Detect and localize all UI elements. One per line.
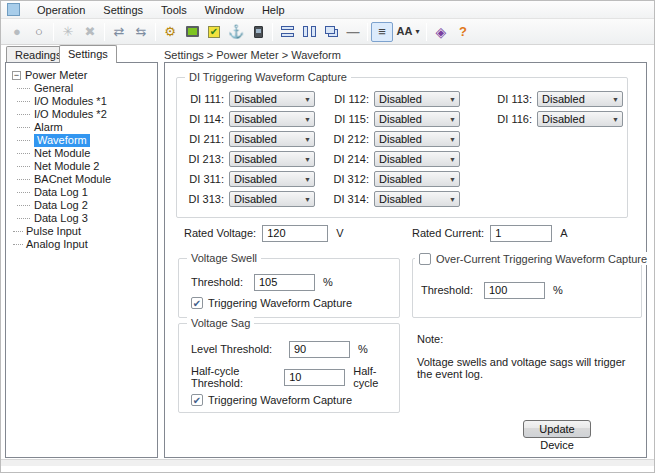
tree-view-icon[interactable]: ≡ [371, 22, 393, 42]
menu-window[interactable]: Window [196, 3, 253, 17]
di-311-label: DI 311: [185, 173, 229, 185]
di-row: DI 211: Disabled DI 212: Disabled [185, 129, 627, 149]
tile-vertical-shape [303, 26, 316, 37]
chevron-down-icon [446, 136, 459, 143]
anchor-icon[interactable]: ⚓ [225, 22, 247, 42]
tree-item-io-modules-2[interactable]: I/O Modules *2 [12, 108, 157, 121]
over-current-checkbox[interactable] [419, 253, 431, 265]
over-current-threshold-input[interactable] [484, 282, 545, 299]
di-214-label: DI 214: [330, 153, 374, 165]
di-311-select[interactable]: Disabled [229, 171, 315, 187]
tree-item-io-modules-1[interactable]: I/O Modules *1 [12, 95, 157, 108]
cascade-windows-icon[interactable] [320, 22, 342, 42]
sag-capture-checkbox[interactable] [191, 394, 203, 406]
transfer-in-icon[interactable]: ⇄ [108, 22, 130, 42]
di-116-select[interactable]: Disabled [537, 111, 623, 127]
di-212-label: DI 212: [330, 133, 374, 145]
sag-level-input[interactable] [289, 341, 350, 358]
chevron-down-icon [301, 136, 314, 143]
rated-current-input[interactable] [490, 225, 552, 242]
di-114-select[interactable]: Disabled [229, 111, 315, 127]
tree-item-data-log-2[interactable]: Data Log 2 [12, 199, 157, 212]
tree-item-waveform[interactable]: Waveform [12, 134, 157, 147]
di-row: DI 213: Disabled DI 214: Disabled [185, 149, 627, 169]
help-icon[interactable]: ? [452, 22, 474, 42]
swell-threshold-input[interactable] [254, 274, 315, 291]
sag-halfcycle-label: Half-cycle Threshold: [191, 365, 278, 389]
tree-item-net-module-2[interactable]: Net Module 2 [12, 160, 157, 173]
di-triggering-group: DI Triggering Waveform Capture DI 111: D… [176, 77, 628, 218]
rated-current-label: Rated Current: [412, 227, 484, 239]
settings-tree: − Power Meter General I/O Modules *1 I/O… [12, 69, 157, 251]
bottom-strip [1, 459, 654, 466]
sag-halfcycle-input[interactable] [284, 369, 345, 386]
sag-level-label: Level Threshold: [191, 343, 283, 355]
checklist-icon[interactable]: ✔ [203, 22, 225, 42]
di-114-value: Disabled [230, 113, 301, 125]
tree-item-alarm[interactable]: Alarm [12, 121, 157, 134]
tree-item-analog-input[interactable]: Analog Input [12, 238, 157, 251]
di-313-select[interactable]: Disabled [229, 191, 315, 207]
sag-level-row: Level Threshold: % [191, 340, 368, 358]
transfer-out-icon[interactable]: ⇆ [130, 22, 152, 42]
di-113-select[interactable]: Disabled [537, 91, 623, 107]
di-115-select[interactable]: Disabled [374, 111, 460, 127]
font-size-icon[interactable]: AA▾ [393, 22, 423, 42]
swell-capture-label[interactable]: Triggering Waveform Capture [208, 297, 352, 309]
help-book-icon[interactable]: ◈ [430, 22, 452, 42]
tree-item-pulse-input[interactable]: Pulse Input [12, 225, 157, 238]
rated-current-row: Rated Current: A [412, 224, 568, 242]
dash-icon[interactable]: — [342, 22, 364, 42]
sun-icon[interactable]: ✳ [57, 22, 79, 42]
tree-item-label: I/O Modules *1 [34, 95, 107, 108]
menu-help[interactable]: Help [253, 3, 294, 17]
menu-operation[interactable]: Operation [28, 3, 94, 17]
tab-strip: Readings Settings Settings > Power Meter… [1, 45, 654, 63]
sag-capture-label[interactable]: Triggering Waveform Capture [208, 394, 352, 406]
di-211-select[interactable]: Disabled [229, 131, 315, 147]
di-115-label: DI 115: [330, 113, 374, 125]
voltage-swell-group: Voltage Swell Threshold: % Triggering Wa… [178, 258, 400, 318]
di-111-select[interactable]: Disabled [229, 91, 315, 107]
swell-capture-checkbox[interactable] [191, 297, 203, 309]
tile-horizontal-icon[interactable] [276, 22, 298, 42]
sun-off-icon[interactable]: ✖ [79, 22, 101, 42]
tree-item-data-log-1[interactable]: Data Log 1 [12, 186, 157, 199]
tile-vertical-icon[interactable] [298, 22, 320, 42]
rated-voltage-input[interactable] [262, 225, 328, 242]
gear-icon[interactable]: ⚙ [159, 22, 181, 42]
menu-tools[interactable]: Tools [152, 3, 196, 17]
tree-item-data-log-3[interactable]: Data Log 3 [12, 212, 157, 225]
di-213-select[interactable]: Disabled [229, 151, 315, 167]
di-112-select[interactable]: Disabled [374, 91, 460, 107]
checklist-check: ✔ [208, 26, 220, 38]
di-312-select[interactable]: Disabled [374, 171, 460, 187]
menu-settings[interactable]: Settings [94, 3, 152, 17]
di-312-label: DI 312: [330, 173, 374, 185]
tree-item-label: BACnet Module [34, 173, 111, 186]
di-212-select[interactable]: Disabled [374, 131, 460, 147]
di-314-select[interactable]: Disabled [374, 191, 460, 207]
chevron-down-icon [446, 156, 459, 163]
monitor-screen [186, 26, 199, 37]
tree-item-bacnet-module[interactable]: BACnet Module [12, 173, 157, 186]
tab-settings[interactable]: Settings [59, 45, 117, 63]
monitor-icon[interactable] [181, 22, 203, 42]
collapse-icon[interactable]: − [12, 71, 21, 80]
tree-item-power-meter[interactable]: − Power Meter [12, 69, 157, 82]
device-icon[interactable] [247, 22, 269, 42]
tree-item-general[interactable]: General [12, 82, 157, 95]
update-device-button[interactable]: Update Device [523, 420, 591, 438]
di-115-value: Disabled [375, 113, 446, 125]
over-current-label[interactable]: Over-Current Triggering Waveform Capture [436, 253, 647, 265]
tree-item-label: Alarm [34, 121, 63, 134]
tree-item-net-module[interactable]: Net Module [12, 147, 157, 160]
di-213-value: Disabled [230, 153, 301, 165]
di-116-value: Disabled [538, 113, 609, 125]
tree-item-label: Power Meter [25, 69, 87, 82]
bulb-dim-icon[interactable]: ● [6, 22, 28, 42]
rated-voltage-label: Rated Voltage: [184, 227, 256, 239]
di-214-select[interactable]: Disabled [374, 151, 460, 167]
bulb-icon[interactable]: ○ [28, 22, 50, 42]
app-icon[interactable] [7, 3, 20, 16]
